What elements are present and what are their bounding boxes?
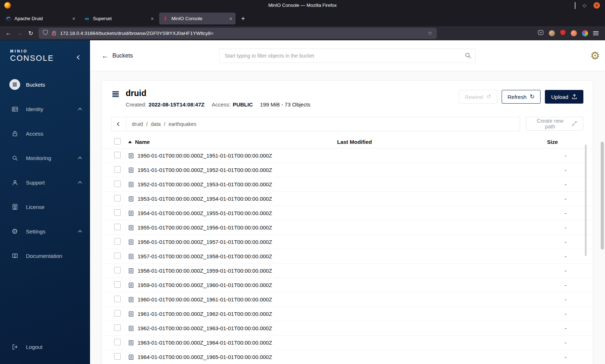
sidebar-item-monitoring[interactable]: Monitoring <box>0 146 90 170</box>
row-checkbox[interactable] <box>114 195 121 201</box>
object-name[interactable]: 1958-01-01T00:00:00.000Z_1959-01-01T00:0… <box>138 268 272 274</box>
tab-close-icon[interactable]: × <box>151 16 154 21</box>
row-checkbox[interactable] <box>114 252 121 259</box>
create-new-path-button[interactable]: Create new path <box>526 117 583 131</box>
tab-apache-druid[interactable]: Apache Druid × <box>2 13 79 24</box>
console-settings-gear-icon[interactable]: ⚙ <box>590 50 600 61</box>
object-row[interactable]: 1951-01-01T00:00:00.000Z_1952-01-01T00:0… <box>102 163 593 177</box>
upload-button[interactable]: Upload <box>545 90 583 104</box>
path-back-button[interactable] <box>112 117 126 131</box>
object-row[interactable]: 1962-01-01T00:00:00.000Z_1963-01-01T00:0… <box>102 321 593 336</box>
row-checkbox[interactable] <box>114 166 121 173</box>
extension-pinwheel-icon[interactable] <box>582 30 588 36</box>
url-bar[interactable]: 172.18.0.4:31664/buckets/druid/browse/ZG… <box>39 28 437 39</box>
object-row[interactable]: 1953-01-01T00:00:00.000Z_1954-01-01T00:0… <box>102 192 593 206</box>
account-avatar-icon[interactable] <box>549 30 555 36</box>
ublock-origin-icon[interactable] <box>560 29 566 37</box>
sidebar-item-license[interactable]: License <box>0 195 90 219</box>
object-name[interactable]: 1962-01-01T00:00:00.000Z_1963-01-01T00:0… <box>138 325 272 331</box>
window-minimize-button[interactable] <box>575 2 575 9</box>
row-checkbox[interactable] <box>114 281 121 288</box>
object-row[interactable]: 1961-01-01T00:00:00.000Z_1962-01-01T00:0… <box>102 307 593 321</box>
row-checkbox[interactable] <box>114 267 121 273</box>
tab-close-icon[interactable]: × <box>72 16 75 21</box>
tab-superset[interactable]: ∞ Superset × <box>81 13 157 24</box>
breadcrumb-segment[interactable]: druid <box>132 121 143 127</box>
sidebar-item-settings[interactable]: ⚙ Settings <box>0 219 90 244</box>
object-name[interactable]: 1963-01-01T00:00:00.000Z_1964-01-01T00:0… <box>138 340 272 346</box>
row-checkbox[interactable] <box>114 152 121 158</box>
sidebar-collapse-button[interactable] <box>75 53 83 61</box>
browser-reload-button[interactable]: ↻ <box>25 28 36 38</box>
page-scrollbar-thumb[interactable] <box>601 142 604 250</box>
object-name[interactable]: 1960-01-01T00:00:00.000Z_1961-01-01T00:0… <box>138 296 272 302</box>
row-checkbox[interactable] <box>114 324 121 331</box>
object-row[interactable]: 1960-01-01T00:00:00.000Z_1961-01-01T00:0… <box>102 292 593 307</box>
object-name[interactable]: 1959-01-01T00:00:00.000Z_1960-01-01T00:0… <box>138 282 272 288</box>
breadcrumb-segment[interactable]: data <box>151 121 161 127</box>
profile-avatar-icon[interactable] <box>571 30 577 36</box>
object-row[interactable]: 1959-01-01T00:00:00.000Z_1960-01-01T00:0… <box>102 278 593 292</box>
sidebar-item-identity[interactable]: Identity <box>0 97 90 121</box>
object-row[interactable]: 1955-01-01T00:00:00.000Z_1956-01-01T00:0… <box>102 220 593 235</box>
url-text[interactable]: 172.18.0.4:31664/buckets/druid/browse/ZG… <box>60 31 425 36</box>
object-name[interactable]: 1956-01-01T00:00:00.000Z_1957-01-01T00:0… <box>138 239 272 245</box>
sidebar-item-documentation[interactable]: Documentation <box>0 244 90 268</box>
object-name[interactable]: 1955-01-01T00:00:00.000Z_1956-01-01T00:0… <box>138 224 272 231</box>
object-name[interactable]: 1961-01-01T00:00:00.000Z_1962-01-01T00:0… <box>138 311 272 317</box>
menu-hamburger-icon[interactable] <box>593 31 599 35</box>
browser-back-button[interactable]: ← <box>3 28 14 38</box>
row-checkbox[interactable] <box>114 296 121 302</box>
sidebar-item-logout[interactable]: Logout <box>0 335 90 359</box>
new-tab-button[interactable]: + <box>238 13 248 24</box>
rewind-button[interactable]: Rewind ↺ <box>459 90 497 104</box>
row-checkbox[interactable] <box>114 238 121 245</box>
browser-forward-button[interactable]: → <box>14 28 25 38</box>
bookmark-star-icon[interactable]: ☆ <box>428 30 433 36</box>
object-row[interactable]: 1950-01-01T00:00:00.000Z_1951-01-01T00:0… <box>102 149 593 163</box>
row-checkbox[interactable] <box>114 339 121 345</box>
object-name[interactable]: 1950-01-01T00:00:00.000Z_1951-01-01T00:0… <box>138 153 272 159</box>
pocket-icon[interactable] <box>538 29 544 37</box>
refresh-button[interactable]: Refresh ↻ <box>502 90 541 104</box>
column-header-size[interactable]: Size <box>547 139 584 145</box>
object-row[interactable]: 1956-01-01T00:00:00.000Z_1957-01-01T00:0… <box>102 235 593 249</box>
row-checkbox[interactable] <box>114 209 121 216</box>
object-filter-input[interactable] <box>219 49 476 63</box>
tab-close-icon[interactable]: × <box>229 16 232 21</box>
sidebar-item-access[interactable]: Access <box>0 121 90 146</box>
back-to-buckets[interactable]: ← Buckets <box>102 52 133 59</box>
object-row[interactable]: 1964-01-01T00:00:00.000Z_1965-01-01T00:0… <box>102 350 593 364</box>
object-name[interactable]: 1953-01-01T00:00:00.000Z_1954-01-01T00:0… <box>138 196 272 202</box>
object-row[interactable]: 1954-01-01T00:00:00.000Z_1955-01-01T00:0… <box>102 206 593 220</box>
sidebar-item-buckets[interactable]: Buckets <box>0 72 90 97</box>
insecure-lock-icon[interactable] <box>51 30 57 36</box>
app-header: ← Buckets ⚙ <box>90 40 605 71</box>
select-all-checkbox[interactable] <box>114 138 121 145</box>
object-name[interactable]: 1954-01-01T00:00:00.000Z_1955-01-01T00:0… <box>138 210 272 216</box>
object-row[interactable]: 1952-01-01T00:00:00.000Z_1953-01-01T00:0… <box>102 177 593 192</box>
column-header-name[interactable]: Name <box>135 139 150 145</box>
column-header-last-modified[interactable]: Last Modified <box>337 139 547 145</box>
object-name[interactable]: 1951-01-01T00:00:00.000Z_1952-01-01T00:0… <box>138 167 272 173</box>
row-checkbox[interactable] <box>114 224 121 230</box>
row-checkbox[interactable] <box>114 353 121 360</box>
breadcrumb-segment[interactable]: earthquakes <box>169 121 196 127</box>
object-name[interactable]: 1964-01-01T00:00:00.000Z_1965-01-01T00:0… <box>138 354 272 360</box>
window-maximize-button[interactable]: ◇ <box>583 3 586 8</box>
object-row[interactable]: 1963-01-01T00:00:00.000Z_1964-01-01T00:0… <box>102 336 593 350</box>
window-close-button[interactable]: × <box>593 2 600 9</box>
object-row[interactable]: 1958-01-01T00:00:00.000Z_1959-01-01T00:0… <box>102 264 593 278</box>
bucket-icon <box>111 90 120 108</box>
tracking-protection-shield-icon[interactable] <box>43 29 48 37</box>
tab-minio-console[interactable]: MinIO Console × <box>159 13 236 24</box>
object-name[interactable]: 1952-01-01T00:00:00.000Z_1953-01-01T00:0… <box>138 181 272 187</box>
list-scrollbar-thumb[interactable] <box>585 145 587 256</box>
sort-ascending-icon[interactable] <box>128 141 132 143</box>
row-checkbox[interactable] <box>114 181 121 187</box>
object-name[interactable]: 1957-01-01T00:00:00.000Z_1958-01-01T00:0… <box>138 253 272 259</box>
back-arrow-icon: ← <box>102 52 109 59</box>
sidebar-item-support[interactable]: Support <box>0 170 90 195</box>
row-checkbox[interactable] <box>114 310 121 317</box>
object-row[interactable]: 1957-01-01T00:00:00.000Z_1958-01-01T00:0… <box>102 249 593 264</box>
